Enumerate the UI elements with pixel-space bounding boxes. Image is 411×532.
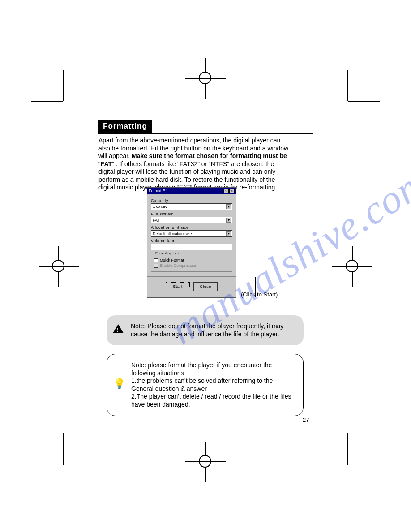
volume-label-label: Volume label [151, 239, 232, 243]
intro-paragraph: Apart from the above-mentioned operation… [98, 137, 313, 192]
dialog-titlebar: Format E:\ ? X [147, 188, 236, 194]
tip-note-box: 💡 Note: please format the player if you … [107, 354, 304, 416]
quick-format-checkbox[interactable] [154, 258, 158, 262]
registration-mark-bottom [185, 442, 226, 482]
registration-mark-top [185, 58, 226, 99]
close-button[interactable]: X [229, 189, 235, 193]
volume-label-input[interactable] [151, 244, 232, 250]
para-text: perform as a mobile hard disk. To restor… [98, 176, 275, 183]
tip-text-line: 1.the problems can't be solved after ref… [131, 377, 273, 392]
format-options-fieldset: Format options Quick Format Enable Compr… [151, 254, 232, 272]
registration-mark-right [332, 246, 372, 287]
enable-compression-checkbox [154, 264, 158, 268]
allocation-label: Allocation unit size [151, 225, 232, 230]
tip-text-line: Note: please format the player if you en… [131, 361, 272, 377]
callout-label: (Click to Start) [241, 291, 278, 298]
warning-text: Note: Please do not format the player fr… [131, 322, 283, 338]
capacity-label: Capacity: [151, 198, 232, 203]
capacity-value: XXXMB [153, 205, 167, 209]
dialog-title: Format E:\ [149, 189, 167, 193]
heading-rule [98, 133, 313, 134]
registration-mark-left [39, 246, 79, 287]
titlebar-buttons: ? X [223, 189, 235, 193]
tip-text-line: 2.The player can't delete / read / recor… [131, 393, 291, 408]
format-dialog: Format E:\ ? X Capacity: XXXMB ▼ File sy… [147, 187, 236, 298]
filesystem-label: File system [151, 212, 232, 216]
section-heading: Formatting [98, 120, 152, 133]
allocation-value: Default allocation size [153, 232, 192, 236]
chevron-down-icon: ▼ [226, 204, 231, 209]
para-text: also be formatted. Hit the right button … [98, 145, 288, 152]
para-text: will appear. [98, 152, 132, 159]
quick-format-label: Quick Format [160, 258, 184, 262]
quick-format-row: Quick Format [154, 258, 229, 262]
page-content: Formatting Apart from the above-mentione… [98, 120, 313, 192]
lightbulb-icon: 💡 [113, 379, 126, 391]
filesystem-value: FAT [153, 218, 160, 223]
filesystem-select[interactable]: FAT ▼ [151, 217, 232, 223]
capacity-select[interactable]: XXXMB ▼ [151, 203, 232, 210]
dialog-body: Capacity: XXXMB ▼ File system FAT ▼ Allo… [147, 194, 236, 297]
para-bold: FAT [101, 160, 112, 167]
chevron-down-icon: ▼ [226, 231, 231, 236]
enable-compression-label: Enable Compression [160, 263, 197, 268]
allocation-select[interactable]: Default allocation size ▼ [151, 230, 232, 237]
warning-icon: ! [113, 324, 125, 337]
warning-note-box: ! Note: Please do not format the player … [107, 315, 304, 345]
para-text: ” . If others formats like “FAT32” or “N… [112, 160, 274, 167]
help-button[interactable]: ? [223, 189, 229, 193]
close-dialog-button[interactable]: Close [193, 282, 218, 291]
enable-compression-row: Enable Compression [154, 263, 229, 268]
chevron-down-icon: ▼ [226, 218, 231, 223]
format-options-legend: Format options [154, 251, 180, 255]
dialog-button-row: Start Close [147, 276, 236, 297]
start-button[interactable]: Start [166, 282, 190, 291]
para-text: Apart from the above-mentioned operation… [98, 137, 280, 144]
para-bold: Make sure the format chosen for formatti… [132, 152, 287, 159]
para-text: digital player will lose the function of… [98, 168, 275, 175]
page-number: 27 [303, 416, 309, 423]
